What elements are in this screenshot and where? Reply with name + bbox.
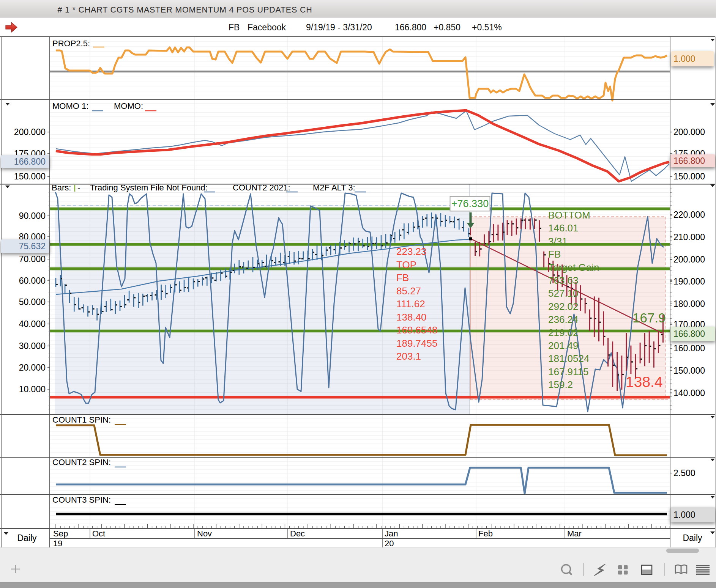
svg-text:200.000: 200.000 <box>14 127 46 137</box>
svg-text:Trading System File Not Found:: Trading System File Not Found: <box>90 183 208 192</box>
svg-text:Bars:: Bars: <box>52 183 71 192</box>
svg-text:111.62: 111.62 <box>396 298 425 310</box>
svg-text:M2F ALT 3:: M2F ALT 3: <box>313 183 355 192</box>
svg-text:10.000: 10.000 <box>19 384 46 394</box>
svg-text:Feb: Feb <box>478 529 493 538</box>
svg-text:1.000: 1.000 <box>673 510 695 520</box>
svg-text:167.9: 167.9 <box>632 310 666 325</box>
svg-text:85.27: 85.27 <box>396 285 421 297</box>
svg-text:9/19/19 - 3/31/20: 9/19/19 - 3/31/20 <box>306 22 372 32</box>
svg-text:75.632: 75.632 <box>19 241 46 251</box>
svg-text:19: 19 <box>53 539 62 548</box>
svg-text:210.000: 210.000 <box>673 232 705 242</box>
svg-text:181.0524: 181.0524 <box>548 353 589 364</box>
svg-text:PROP2.5:: PROP2.5: <box>52 39 90 48</box>
svg-text:COUNT1 SPIN:: COUNT1 SPIN: <box>52 415 111 424</box>
svg-text:COUNT2 2021:: COUNT2 2021: <box>233 183 290 192</box>
svg-text:190.000: 190.000 <box>673 277 705 286</box>
svg-text:1.000: 1.000 <box>673 54 695 64</box>
svg-text:Sep: Sep <box>53 529 68 538</box>
svg-text:Mar: Mar <box>567 529 582 538</box>
svg-text:169.6548: 169.6548 <box>396 324 437 336</box>
svg-text:166.800: 166.800 <box>673 329 705 339</box>
svg-text:TOP: TOP <box>396 259 416 270</box>
svg-text:30.000: 30.000 <box>19 341 46 351</box>
svg-text:166.800: 166.800 <box>14 157 46 167</box>
svg-text:138.40: 138.40 <box>396 311 427 323</box>
svg-text:60.000: 60.000 <box>19 276 46 286</box>
svg-text:219.02: 219.02 <box>548 327 579 338</box>
svg-text:138.4: 138.4 <box>626 374 663 390</box>
svg-text:MOMO:: MOMO: <box>114 101 143 111</box>
svg-text:COUNT3 SPIN:: COUNT3 SPIN: <box>52 495 111 505</box>
svg-text:Facebook: Facebook <box>248 22 286 32</box>
svg-text:189.7455: 189.7455 <box>396 338 437 349</box>
svg-text:FB: FB <box>229 22 240 32</box>
svg-text:20: 20 <box>385 539 394 548</box>
svg-text:527.10: 527.10 <box>548 288 579 299</box>
svg-text:Target Gain: Target Gain <box>548 262 599 273</box>
svg-text:MOMO 1:: MOMO 1: <box>52 101 88 111</box>
svg-text:70.000: 70.000 <box>19 254 46 264</box>
svg-text:150.000: 150.000 <box>673 171 705 181</box>
svg-text:203.1: 203.1 <box>396 351 421 362</box>
svg-text:3/31: 3/31 <box>548 236 568 247</box>
svg-text:40.000: 40.000 <box>19 319 46 329</box>
svg-text:146.01: 146.01 <box>548 222 579 234</box>
svg-text:166.800: 166.800 <box>395 22 426 32</box>
svg-text:BOTTOM: BOTTOM <box>548 209 590 221</box>
svg-text:+76.330: +76.330 <box>451 198 489 209</box>
svg-text:COUNT2 SPIN:: COUNT2 SPIN: <box>52 458 111 467</box>
svg-text:+0.850: +0.850 <box>434 22 461 32</box>
svg-text:140.000: 140.000 <box>673 388 705 398</box>
svg-text:200.000: 200.000 <box>673 127 705 137</box>
svg-text:Oct: Oct <box>92 529 105 538</box>
svg-text:Dec: Dec <box>290 529 305 538</box>
svg-text:FB: FB <box>548 248 561 260</box>
svg-text:166.800: 166.800 <box>673 156 705 166</box>
svg-text:-: - <box>77 183 80 192</box>
svg-text:+0.51%: +0.51% <box>472 22 502 32</box>
svg-text:FB: FB <box>396 272 409 283</box>
svg-text:20.000: 20.000 <box>19 363 46 373</box>
svg-text:160.000: 160.000 <box>673 343 705 353</box>
svg-text:50.000: 50.000 <box>19 297 46 307</box>
svg-text:201.49: 201.49 <box>548 340 579 351</box>
svg-text:200.000: 200.000 <box>673 255 705 264</box>
svg-text:763.63: 763.63 <box>548 275 579 286</box>
svg-text:# 1 * CHART CGTS MASTER MOMENT: # 1 * CHART CGTS MASTER MOMENTUM 4 POS U… <box>57 5 312 14</box>
svg-text:220.000: 220.000 <box>673 210 705 220</box>
svg-text:159.2: 159.2 <box>548 379 573 390</box>
svg-text:Daily: Daily <box>683 533 702 543</box>
svg-text:150.000: 150.000 <box>673 366 705 376</box>
svg-text:150.000: 150.000 <box>14 171 46 181</box>
svg-text:167.9115: 167.9115 <box>548 366 589 377</box>
svg-text:180.000: 180.000 <box>673 299 705 309</box>
svg-text:223.23: 223.23 <box>396 246 427 257</box>
svg-text:292.02: 292.02 <box>548 301 579 312</box>
svg-text:Daily: Daily <box>17 533 37 543</box>
svg-text:2.500: 2.500 <box>673 468 695 478</box>
svg-text:Nov: Nov <box>197 529 212 538</box>
svg-text:236.24: 236.24 <box>548 314 579 325</box>
svg-text:90.000: 90.000 <box>19 211 46 221</box>
svg-text:Jan: Jan <box>385 529 398 538</box>
